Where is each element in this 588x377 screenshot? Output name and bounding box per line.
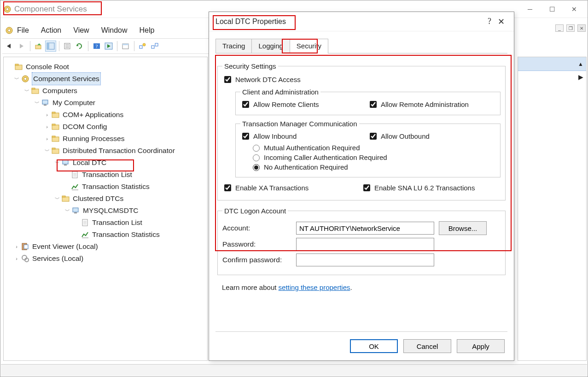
tree-node-component-services[interactable]: ﹀ Component Services (6, 73, 205, 85)
forward-button[interactable] (16, 41, 27, 52)
tree-node-event-viewer[interactable]: › Event Viewer (Local) (6, 241, 205, 253)
tree-node-console-root[interactable]: Console Root (6, 61, 205, 73)
auth-incoming-radio[interactable]: Incoming Caller Authentication Required (250, 153, 495, 161)
radio-input[interactable] (253, 154, 260, 161)
radio-input[interactable] (253, 145, 260, 152)
expand-twisty[interactable]: ﹀ (43, 145, 51, 157)
allow-remote-clients-checkbox[interactable]: Allow Remote Clients (240, 100, 368, 109)
menu-window[interactable]: Window (101, 26, 128, 35)
radio-input[interactable] (253, 164, 260, 171)
mdi-minimize-button[interactable]: _ (555, 24, 564, 32)
window-title: Component Services (14, 5, 87, 14)
checkbox-input[interactable] (242, 101, 249, 108)
close-button[interactable]: ✕ (568, 5, 580, 14)
tree-node-running-processes[interactable]: › Running Processes (6, 133, 205, 145)
checkbox-input[interactable] (370, 133, 377, 140)
expand-twisty[interactable]: › (13, 253, 20, 265)
tree-node-services[interactable]: › Services (Local) (6, 253, 205, 265)
expand-twisty[interactable]: ﹀ (53, 157, 61, 169)
svg-rect-6 (47, 43, 49, 49)
tree-node-computers[interactable]: ﹀ Computers (6, 85, 205, 97)
expand-twisty[interactable]: › (43, 109, 51, 121)
ok-button[interactable]: OK (350, 339, 398, 353)
minimize-button[interactable]: ─ (524, 5, 536, 14)
show-hide-tree-button[interactable] (45, 41, 56, 52)
menu-help[interactable]: Help (140, 26, 155, 35)
tree-node-transaction-list[interactable]: Transaction List (6, 169, 205, 181)
tree-label: Computers (42, 85, 77, 97)
tree-node-mysqlcmsdtc[interactable]: ﹀ MYSQLCMSDTC (6, 205, 205, 217)
auth-mutual-radio[interactable]: Mutual Authentication Required (250, 143, 495, 152)
checkbox-label: Network DTC Access (235, 76, 301, 83)
tab-logging[interactable]: Logging (251, 39, 290, 53)
confirm-password-input[interactable] (296, 253, 434, 266)
expand-twisty[interactable]: ﹀ (53, 193, 61, 205)
maximize-button[interactable]: ☐ (546, 5, 558, 14)
confirm-password-label: Confirm password: (222, 256, 291, 264)
back-button[interactable] (4, 41, 15, 52)
checkbox-input[interactable] (370, 101, 377, 108)
mdi-close-button[interactable]: ✕ (577, 24, 586, 32)
toolbar-icon-b[interactable] (149, 41, 160, 52)
allow-remote-admin-checkbox[interactable]: Allow Remote Administration (368, 100, 495, 109)
export-list-button[interactable] (62, 41, 73, 52)
expand-twisty[interactable]: ﹀ (23, 85, 30, 97)
menu-action[interactable]: Action (41, 26, 61, 35)
new-window-button[interactable] (120, 41, 131, 52)
checkbox-input[interactable] (224, 76, 231, 83)
expand-twisty[interactable]: › (43, 133, 51, 145)
checkbox-label: Enable SNA LU 6.2 Transactions (374, 184, 475, 192)
password-input[interactable] (296, 238, 434, 251)
expand-twisty[interactable]: ﹀ (64, 205, 71, 217)
expand-twisty[interactable]: ﹀ (13, 73, 20, 85)
tree-node-local-dtc[interactable]: ﹀ Local DTC (6, 157, 205, 169)
menu-file[interactable]: File (17, 26, 29, 35)
tree-node-dcom-config[interactable]: › DCOM Config (6, 121, 205, 133)
tree-label: My Computer (52, 97, 95, 109)
up-button[interactable] (33, 41, 44, 52)
tree-node-clustered-dtcs[interactable]: ﹀ Clustered DTCs (6, 193, 205, 205)
browse-button[interactable]: Browse... (439, 221, 487, 235)
checkbox-input[interactable] (363, 184, 370, 191)
tab-tracing[interactable]: Tracing (215, 39, 252, 53)
toolbar-icon-a[interactable] (137, 41, 148, 52)
dialog-help-button[interactable]: ? (484, 17, 495, 26)
help-button[interactable]: ? (91, 41, 102, 52)
checkbox-input[interactable] (224, 184, 231, 191)
refresh-button[interactable] (74, 41, 85, 52)
tree-node-com-applications[interactable]: › COM+ Applications (6, 109, 205, 121)
checkbox-input[interactable] (242, 133, 249, 140)
learn-more-link[interactable]: setting these properties (279, 283, 350, 291)
expand-twisty[interactable]: ﹀ (33, 97, 41, 109)
play-button[interactable] (103, 41, 114, 52)
network-dtc-access-checkbox[interactable]: Network DTC Access (222, 75, 501, 84)
mdi-restore-button[interactable]: ❐ (566, 24, 575, 32)
tree-label: Running Processes (63, 133, 124, 145)
tree-node-my-computer[interactable]: ﹀ My Computer (6, 97, 205, 109)
svg-rect-27 (44, 105, 47, 106)
allow-inbound-checkbox[interactable]: Allow Inbound (240, 131, 368, 141)
tree-label: Services (Local) (32, 253, 83, 265)
expand-twisty[interactable]: › (43, 121, 51, 133)
tree-node-dtc[interactable]: ﹀ Distributed Transaction Coordinator (6, 145, 205, 157)
tree-node-transaction-list-2[interactable]: Transaction List (6, 217, 205, 229)
enable-sna-checkbox[interactable]: Enable SNA LU 6.2 Transactions (361, 183, 501, 193)
menu-view[interactable]: View (73, 26, 89, 35)
tree-pane[interactable]: Console Root ﹀ Component Services ﹀ Comp… (3, 57, 208, 361)
tree-label: Transaction Statistics (82, 181, 150, 193)
tree-node-transaction-stats[interactable]: Transaction Statistics (6, 181, 205, 193)
allow-outbound-checkbox[interactable]: Allow Outbound (368, 131, 495, 141)
auth-none-radio[interactable]: No Authentication Required (250, 163, 495, 171)
expand-twisty[interactable]: › (13, 241, 20, 253)
enable-xa-checkbox[interactable]: Enable XA Transactions (222, 183, 361, 193)
client-admin-group: Client and Administration Allow Remote C… (235, 88, 501, 115)
tab-security[interactable]: Security (290, 39, 328, 53)
actions-row[interactable]: ▶ (518, 71, 586, 83)
cancel-button[interactable]: Cancel (403, 339, 451, 353)
actions-header[interactable]: ▲ (518, 57, 586, 71)
security-settings-group: Security Settings Network DTC Access Cli… (217, 62, 506, 200)
tree-node-transaction-stats-2[interactable]: Transaction Statistics (6, 229, 205, 241)
account-input[interactable] (296, 222, 434, 235)
dialog-close-button[interactable]: ✕ (495, 17, 507, 27)
apply-button[interactable]: Apply (457, 339, 505, 353)
